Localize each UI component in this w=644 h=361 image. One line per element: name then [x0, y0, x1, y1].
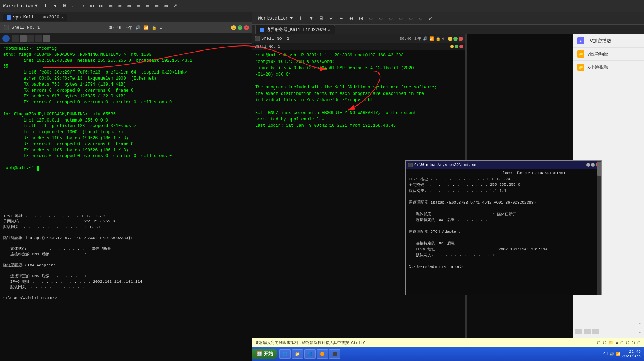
- bl-line-16: C:\Users\Administrator>: [3, 296, 249, 301]
- right-vm-tb9[interactable]: ▭: [397, 14, 405, 23]
- down-arrow[interactable]: ↓: [639, 329, 642, 334]
- bl-line-6: [3, 241, 249, 246]
- vm-icon11[interactable]: ▭: [153, 2, 161, 10]
- panel-controls: [575, 329, 599, 334]
- vm-icon8[interactable]: ▭: [125, 2, 133, 10]
- inner-min[interactable]: [450, 45, 454, 48]
- notify-icon-2[interactable]: ⬡: [603, 340, 606, 345]
- vm-icon9[interactable]: ▭: [134, 2, 143, 10]
- panel-ctrl-3[interactable]: [592, 329, 599, 334]
- bl-line-3: 默认网关. . . . . . . . . . . . . : 1.1.1.1: [3, 225, 249, 230]
- right-workstation-menu[interactable]: Workstation ▼: [255, 16, 296, 21]
- notify-icon-8[interactable]: ⬡: [637, 340, 641, 345]
- notify-icon-5[interactable]: ⬡: [620, 340, 624, 345]
- bl-line-10: 隧道适配器 6TO4 Adapter:: [3, 263, 249, 268]
- right-vm-toolbar: Workstation ▼ ⏸ ▼ 🖥 ↩ ↪ ⏮ ⏭ ▭ ▭ ▭ ▭ ▭ ▭ …: [252, 12, 644, 25]
- left-vm-tab[interactable]: vps~Kali Linux2020 ✕: [3, 14, 67, 21]
- workstation-menu[interactable]: Workstation ▼: [0, 0, 40, 12]
- right-vm-tab-main[interactable]: 边界服务器_Kali Linux2020 ✕: [255, 25, 335, 34]
- pause-icon[interactable]: ⏸: [42, 2, 50, 10]
- start-button[interactable]: 🪟 开始: [252, 349, 277, 359]
- right-shell-min[interactable]: [448, 37, 452, 41]
- left-shell-content[interactable]: root@kali:~# ifconfig eth0: flags=4163<U…: [0, 44, 252, 211]
- notify-icon-6[interactable]: ⬡: [626, 340, 629, 345]
- taskbar-item-4[interactable]: 🟠: [317, 349, 328, 359]
- cmd-scrollbar[interactable]: [597, 161, 601, 295]
- right-vm-tb6[interactable]: ▭: [367, 14, 375, 23]
- right-vm-tb7[interactable]: ▭: [377, 14, 385, 23]
- vm-icon12[interactable]: ▭: [162, 2, 170, 10]
- right-shell-close[interactable]: [459, 37, 463, 41]
- vm-icon10[interactable]: ▭: [143, 2, 152, 10]
- tb-s4[interactable]: [35, 35, 42, 42]
- right-vm-tb1[interactable]: 🖥: [317, 14, 326, 23]
- taskbar-item-3[interactable]: 🔵: [304, 349, 316, 359]
- cmd-max[interactable]: [591, 163, 595, 167]
- right-vm-tb3[interactable]: ↪: [337, 14, 345, 23]
- cmd-line-14: 默认网关. . . . . . . . . . . . . :: [409, 252, 599, 258]
- shell-line-11: [3, 106, 249, 112]
- shell-icon: ⬛: [3, 25, 9, 31]
- right-panel-item-1[interactable]: ▶ EV加密播放: [573, 34, 644, 48]
- notify-icon-4[interactable]: ⚙: [616, 340, 618, 345]
- right-vm-tb2[interactable]: ↩: [327, 14, 335, 23]
- right-vm-tb12[interactable]: ⤢: [426, 14, 435, 23]
- vm-icon5[interactable]: ⏭: [97, 2, 106, 10]
- tb-s2[interactable]: [20, 35, 27, 42]
- win-taskbar: 🪟 开始 🌐 📁 🔵 🟠 ⬛ CH 🔊 📶 22: [252, 347, 644, 361]
- scroll-thumb[interactable]: [597, 162, 601, 176]
- cmd-icon: ⬛: [408, 163, 413, 167]
- vm-icon2[interactable]: ↩: [70, 2, 78, 10]
- vm-icon7[interactable]: ▭: [116, 2, 124, 10]
- ssh-line-12: Last login: Sat Jan 9 00:42:16 2021 from…: [255, 123, 462, 129]
- left-vm-tab-label: vps~Kali Linux2020: [13, 15, 59, 20]
- minimize-btn[interactable]: _: [231, 25, 236, 30]
- right-panel-item-2[interactable]: 📁 y应急响应: [573, 48, 644, 61]
- bottom-left-content[interactable]: IPv4 地址 . . . . . . . . . . . . : 1.1.1.…: [0, 211, 252, 361]
- tb-s5[interactable]: [43, 35, 50, 42]
- right-vm-tb10[interactable]: ▭: [406, 14, 415, 23]
- close-btn[interactable]: ✕: [244, 25, 249, 30]
- panel-ctrl-2[interactable]: [584, 329, 591, 334]
- ev-icon: ▶: [577, 37, 584, 44]
- panel-ctrl-1[interactable]: [575, 329, 582, 334]
- notify-icon-7[interactable]: ⬡: [632, 340, 635, 345]
- notify-text: 要将输入定向到该虚拟机，请将鼠标指针移入其中或按 Ctrl+G。: [255, 340, 369, 345]
- taskbar-item-2[interactable]: 📁: [292, 349, 303, 359]
- taskbar-item-5[interactable]: ⬛: [329, 349, 340, 359]
- right-pause-down-icon[interactable]: ▼: [307, 14, 316, 23]
- systray-icon1: 🔊: [609, 352, 614, 356]
- vm-tab-icon: [7, 15, 11, 20]
- cmd-inner-content[interactable]: fe80::f00e:6c12:aa69:8e14%11 IPv4 地址 . .…: [406, 169, 601, 295]
- vm-icon3[interactable]: ↪: [79, 2, 87, 10]
- up-arrow[interactable]: ↑: [639, 322, 642, 327]
- maximize-btn[interactable]: □: [238, 25, 242, 30]
- x-label: x小迪视频: [587, 64, 608, 70]
- pause-dropdown-icon[interactable]: ▼: [51, 2, 60, 10]
- right-vm-tb5[interactable]: ⏭: [357, 14, 365, 23]
- vm-icon6[interactable]: ▭: [107, 2, 115, 10]
- vm-icon13[interactable]: ⤢: [171, 2, 180, 10]
- taskbar-icon-3: 🔵: [307, 352, 312, 356]
- right-vm-tb11[interactable]: ▭: [416, 14, 425, 23]
- tb-s3[interactable]: [27, 35, 34, 42]
- right-vm-tb8[interactable]: ▭: [387, 14, 395, 23]
- taskbar-item-1[interactable]: 🌐: [279, 349, 291, 359]
- right-pause-icon[interactable]: ⏸: [297, 14, 306, 23]
- settings-icon: ⚙: [160, 25, 162, 31]
- bl-line-8: 连接特定的 DNS 后缀 . . . . . . . :: [3, 252, 249, 257]
- notify-icon-1[interactable]: ⬡: [597, 340, 601, 345]
- right-panel-item-3[interactable]: 📁 x小迪视频: [573, 61, 644, 74]
- notify-icon-3[interactable]: 📁: [608, 340, 613, 345]
- right-vm-tb4[interactable]: ⏮: [347, 14, 355, 23]
- right-tab-close[interactable]: ✕: [328, 27, 331, 32]
- inner-close[interactable]: [459, 45, 463, 48]
- start-icon: 🪟: [257, 351, 262, 357]
- inner-max[interactable]: [455, 45, 458, 48]
- vm-icon1[interactable]: 🖥: [60, 2, 69, 10]
- vm-icon4[interactable]: ⏮: [88, 2, 97, 10]
- cmd-min[interactable]: [586, 163, 590, 167]
- right-shell-max[interactable]: [453, 37, 458, 41]
- left-vm-tab-close[interactable]: ✕: [61, 15, 64, 20]
- tb-s1[interactable]: [12, 35, 19, 42]
